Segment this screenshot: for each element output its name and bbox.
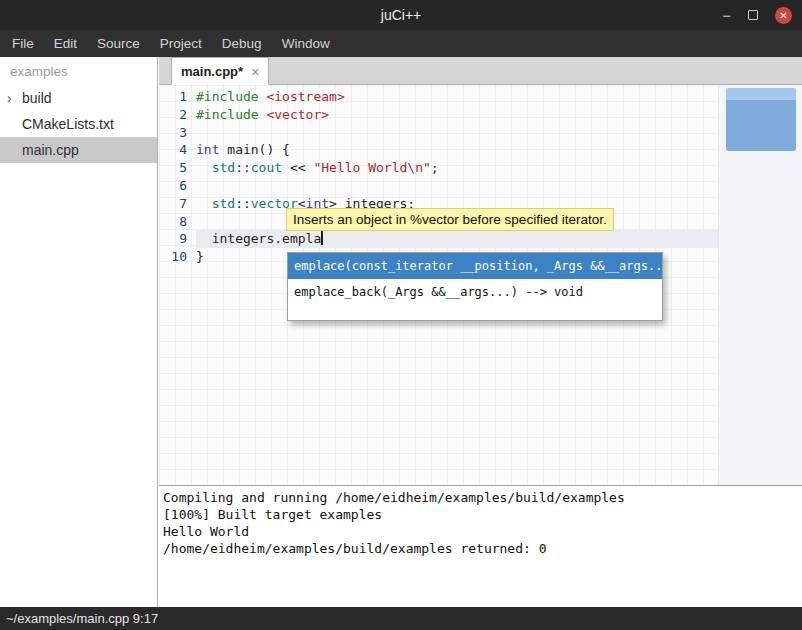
line-number: 3 bbox=[159, 124, 196, 142]
tab-bar: main.cpp* × bbox=[159, 57, 802, 85]
minimize-button[interactable]: − bbox=[722, 8, 731, 23]
code-text bbox=[196, 177, 718, 195]
sidebar-item-label: main.cpp bbox=[22, 142, 79, 158]
line-number: 9 bbox=[159, 230, 196, 248]
code-token bbox=[196, 160, 212, 175]
code-token: integers.empla bbox=[196, 231, 321, 246]
line-number: 8 bbox=[159, 213, 196, 231]
status-file-position: ~/examples/main.cpp 9:17 bbox=[6, 611, 158, 626]
text-cursor bbox=[321, 231, 323, 245]
code-text: std::cout << "Hello World\n"; bbox=[196, 159, 718, 177]
autocomplete-item[interactable]: emplace(const_iterator __position, _Args… bbox=[288, 253, 662, 279]
menu-source[interactable]: Source bbox=[87, 30, 150, 57]
tab-main-cpp[interactable]: main.cpp* × bbox=[171, 57, 269, 85]
code-token: main() { bbox=[219, 142, 289, 157]
output-line: Hello World bbox=[163, 523, 802, 540]
code-token: #include bbox=[196, 89, 266, 104]
code-text: #include <iostream> bbox=[196, 88, 718, 106]
code-line[interactable]: 3 bbox=[159, 124, 718, 142]
code-line[interactable]: 4int main() { bbox=[159, 141, 718, 159]
code-text: #include <vector> bbox=[196, 106, 718, 124]
line-number: 2 bbox=[159, 106, 196, 124]
code-token: int bbox=[196, 142, 219, 157]
code-token: std bbox=[212, 160, 235, 175]
code-token: ; bbox=[431, 160, 439, 175]
autocomplete-popup: emplace(const_iterator __position, _Args… bbox=[287, 252, 663, 321]
scrollbar-track[interactable] bbox=[718, 85, 802, 485]
sidebar-item-build[interactable]: › build bbox=[0, 85, 157, 111]
close-button[interactable]: ✕ bbox=[775, 7, 792, 24]
code-line[interactable]: 9 integers.empla bbox=[159, 230, 718, 248]
code-token: << bbox=[282, 160, 313, 175]
line-number: 6 bbox=[159, 177, 196, 195]
menu-window[interactable]: Window bbox=[272, 30, 340, 57]
code-token: :: bbox=[235, 160, 251, 175]
chevron-right-icon[interactable]: › bbox=[7, 85, 12, 111]
code-line[interactable]: 1#include <iostream> bbox=[159, 88, 718, 106]
line-number: 4 bbox=[159, 141, 196, 159]
output-line: Compiling and running /home/eidheim/exam… bbox=[163, 489, 802, 506]
code-token: cout bbox=[251, 160, 282, 175]
output-line: [100%] Built target examples bbox=[163, 506, 802, 523]
menu-project[interactable]: Project bbox=[150, 30, 212, 57]
line-number: 5 bbox=[159, 159, 196, 177]
code-token: } bbox=[196, 249, 204, 264]
code-token: <vector> bbox=[266, 107, 329, 122]
code-line[interactable]: 6 bbox=[159, 177, 718, 195]
code-token: <iostream> bbox=[266, 89, 344, 104]
title-bar[interactable]: juCi++ − ✕ bbox=[0, 0, 802, 30]
file-tree-sidebar: examples › build CMakeLists.txt main.cpp bbox=[0, 57, 158, 607]
sidebar-item-label: build bbox=[22, 90, 52, 106]
code-text: int main() { bbox=[196, 141, 718, 159]
sidebar-item-label: CMakeLists.txt bbox=[22, 116, 114, 132]
line-number: 7 bbox=[159, 195, 196, 213]
code-line[interactable]: 2#include <vector> bbox=[159, 106, 718, 124]
scrollbar-thumb[interactable] bbox=[726, 88, 796, 151]
menu-file[interactable]: File bbox=[2, 30, 44, 57]
documentation-tooltip: Inserts an object in %vector before spec… bbox=[286, 208, 614, 231]
tab-label: main.cpp* bbox=[181, 64, 243, 79]
tab-close-icon[interactable]: × bbox=[251, 64, 259, 80]
project-name-header: examples bbox=[0, 57, 157, 85]
window-title: juCi++ bbox=[0, 0, 802, 30]
menu-debug[interactable]: Debug bbox=[212, 30, 272, 57]
code-text bbox=[196, 124, 718, 142]
code-token: std bbox=[212, 196, 235, 211]
autocomplete-item[interactable]: emplace_back(_Args &&__args...) --> void bbox=[288, 279, 662, 305]
output-line: /home/eidheim/examples/build/examples re… bbox=[163, 540, 802, 557]
code-token: #include bbox=[196, 107, 266, 122]
application-window: juCi++ − ✕ File Edit Source Project Debu… bbox=[0, 0, 802, 630]
code-text: integers.empla bbox=[196, 230, 718, 248]
window-controls: − ✕ bbox=[722, 0, 792, 30]
line-number: 1 bbox=[159, 88, 196, 106]
code-token: :: bbox=[235, 196, 251, 211]
output-panel[interactable]: Compiling and running /home/eidheim/exam… bbox=[159, 485, 802, 607]
status-bar: ~/examples/main.cpp 9:17 bbox=[0, 607, 802, 630]
code-token: "Hello World\n" bbox=[313, 160, 430, 175]
sidebar-item-main-cpp[interactable]: main.cpp bbox=[0, 137, 157, 163]
restore-icon[interactable] bbox=[748, 10, 758, 20]
line-number: 10 bbox=[159, 248, 196, 266]
menu-edit[interactable]: Edit bbox=[44, 30, 87, 57]
code-lines: 1#include <iostream>2#include <vector>34… bbox=[159, 88, 718, 266]
code-line[interactable]: 5 std::cout << "Hello World\n"; bbox=[159, 159, 718, 177]
sidebar-item-cmakelists[interactable]: CMakeLists.txt bbox=[0, 111, 157, 137]
code-token bbox=[196, 196, 212, 211]
menu-bar: File Edit Source Project Debug Window bbox=[0, 30, 802, 57]
